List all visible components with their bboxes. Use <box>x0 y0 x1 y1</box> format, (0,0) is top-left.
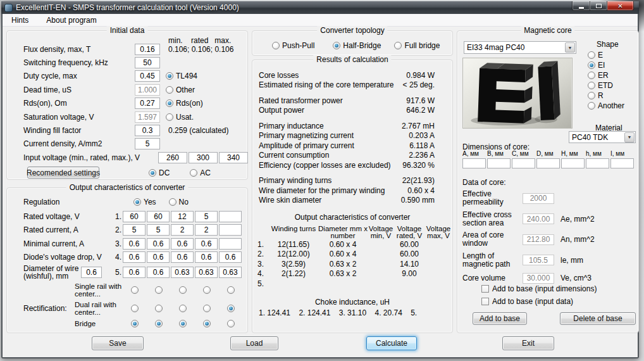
minimal-current-input[interactable] <box>123 238 146 250</box>
radio-circle-icon <box>333 42 340 49</box>
group-title: Results of calculation <box>313 55 391 65</box>
delete-of-base-button[interactable]: Delete of base <box>560 312 636 325</box>
radio-half-bridge[interactable]: Half-Bridge <box>333 41 381 50</box>
menu-hints[interactable]: Hints <box>6 15 34 26</box>
radio-dual-rail[interactable] <box>227 305 235 312</box>
radio-single-rail[interactable] <box>227 286 235 294</box>
radio-shape-etd[interactable]: ETD <box>588 82 638 89</box>
winding-fill-factor-input[interactable] <box>135 125 160 136</box>
rated-voltage-input[interactable] <box>195 211 218 222</box>
field-label: Rds(on), Om <box>23 99 135 108</box>
dim-input-h2[interactable] <box>586 158 609 168</box>
minimal-current-input[interactable] <box>219 238 242 250</box>
rated-current-input[interactable] <box>123 224 146 236</box>
minimize-button[interactable] <box>572 1 590 11</box>
radio-shape-ei[interactable]: EI <box>588 61 638 69</box>
radio-full-bridge[interactable]: Full bridge <box>394 41 440 50</box>
load-button[interactable]: Load <box>230 336 278 350</box>
radio-rds-on[interactable]: Rds(on) <box>166 99 203 108</box>
add-to-base-data-checkbox[interactable]: Add to base (input data) <box>481 297 573 306</box>
flux-density-input[interactable] <box>135 44 160 55</box>
radio-bridge[interactable] <box>227 320 235 327</box>
radio-single-rail[interactable] <box>155 286 163 294</box>
radio-dual-rail[interactable] <box>131 305 139 312</box>
rated-current-input[interactable] <box>195 224 218 236</box>
menu-about-program[interactable]: About program <box>41 15 101 26</box>
radio-bridge[interactable] <box>203 320 211 327</box>
add-to-base-button[interactable]: Add to base <box>473 312 527 325</box>
dim-label-i: I, мм <box>610 150 634 157</box>
diode-drop-input[interactable] <box>123 251 146 263</box>
rated-current-input[interactable] <box>171 224 194 236</box>
wire-diameter-input[interactable] <box>147 267 170 278</box>
input-voltage-min-input[interactable] <box>158 152 187 163</box>
diode-drop-input[interactable] <box>171 251 194 263</box>
rated-voltage-input[interactable] <box>147 211 170 222</box>
radio-bridge[interactable] <box>179 320 187 327</box>
diode-drop-input[interactable] <box>219 251 242 263</box>
rated-current-input[interactable] <box>147 224 170 236</box>
minimal-current-input[interactable] <box>147 238 170 250</box>
radio-regulation-yes[interactable]: Yes <box>133 198 156 206</box>
radio-dc[interactable]: DC <box>149 168 170 177</box>
core-select[interactable]: EI33 4mag PC40 <box>464 41 576 54</box>
material-select[interactable]: PC40 TDK <box>569 131 636 143</box>
result-row: Efficiency (copper losses are excluded)9… <box>259 160 435 170</box>
radio-ac[interactable]: AC <box>190 168 211 177</box>
radio-dual-rail[interactable] <box>203 305 211 312</box>
radio-shape-e[interactable]: E <box>588 51 638 59</box>
dim-input-d[interactable] <box>536 158 560 168</box>
input-voltage-rated-input[interactable] <box>189 152 218 163</box>
radio-dual-rail[interactable] <box>179 305 187 312</box>
exit-button[interactable]: Exit <box>502 336 554 350</box>
wire-diameter-input[interactable] <box>195 267 218 278</box>
switching-frequency-input[interactable] <box>135 57 160 68</box>
radio-bridge[interactable] <box>155 320 163 327</box>
dim-input-c[interactable] <box>512 158 535 168</box>
dim-input-i[interactable] <box>610 158 634 168</box>
radio-usat[interactable]: Usat. <box>166 113 194 122</box>
diode-drop-input[interactable] <box>195 251 218 263</box>
rds-on-input[interactable] <box>135 98 160 109</box>
field-row: Current density, A/mm2 <box>7 137 247 151</box>
radio-circle-icon <box>203 305 211 312</box>
radio-regulation-no[interactable]: No <box>169 198 189 206</box>
diode-drop-input[interactable] <box>147 251 170 263</box>
dim-input-a[interactable] <box>462 158 486 168</box>
radio-circle-icon <box>588 51 595 59</box>
radio-single-rail[interactable] <box>203 286 211 294</box>
radio-shape-r[interactable]: R <box>588 92 638 99</box>
radio-other[interactable]: Other <box>166 86 195 94</box>
close-button[interactable] <box>607 1 634 11</box>
rated-voltage-input[interactable] <box>171 211 194 222</box>
duty-cycle-input[interactable] <box>135 70 160 82</box>
add-to-base-dimensions-checkbox[interactable]: Add to base (input dimensions) <box>481 284 597 293</box>
minimal-current-input[interactable] <box>195 238 218 250</box>
minimal-current-input[interactable] <box>171 238 194 250</box>
wire-diameter-input[interactable] <box>123 267 146 278</box>
rated-voltage-input[interactable] <box>123 211 146 222</box>
rated-voltage-input[interactable] <box>219 211 242 222</box>
data-unit: Ve, cm^3 <box>560 274 591 282</box>
current-density-input[interactable] <box>135 138 160 149</box>
radio-bridge[interactable] <box>131 320 139 327</box>
rated-current-input[interactable] <box>219 224 242 236</box>
dim-input-b[interactable] <box>487 158 511 168</box>
radio-single-rail[interactable] <box>131 286 139 294</box>
titlebar[interactable]: ExcellentIT-EN - SMPS transformer calcul… <box>1 1 639 14</box>
maximize-button[interactable] <box>590 1 607 11</box>
radio-push-pull[interactable]: Push-Pull <box>272 41 314 50</box>
wire-diameter-input[interactable] <box>219 267 242 278</box>
wire-diameter-input[interactable] <box>171 267 194 278</box>
radio-dual-rail[interactable] <box>155 305 163 312</box>
input-voltage-max-input[interactable] <box>219 152 248 163</box>
radio-shape-er[interactable]: ER <box>588 72 638 79</box>
calculate-button[interactable]: Calculate <box>366 336 417 350</box>
radio-tl494[interactable]: TL494 <box>166 72 197 80</box>
radio-single-rail[interactable] <box>179 286 187 294</box>
recommended-settings-button[interactable]: Recomended settings <box>27 167 99 179</box>
dim-input-h[interactable] <box>561 158 585 168</box>
wishful-wire-diameter-input[interactable] <box>81 267 102 278</box>
save-button[interactable]: Save <box>92 336 144 350</box>
radio-shape-another[interactable]: Another <box>588 102 638 110</box>
